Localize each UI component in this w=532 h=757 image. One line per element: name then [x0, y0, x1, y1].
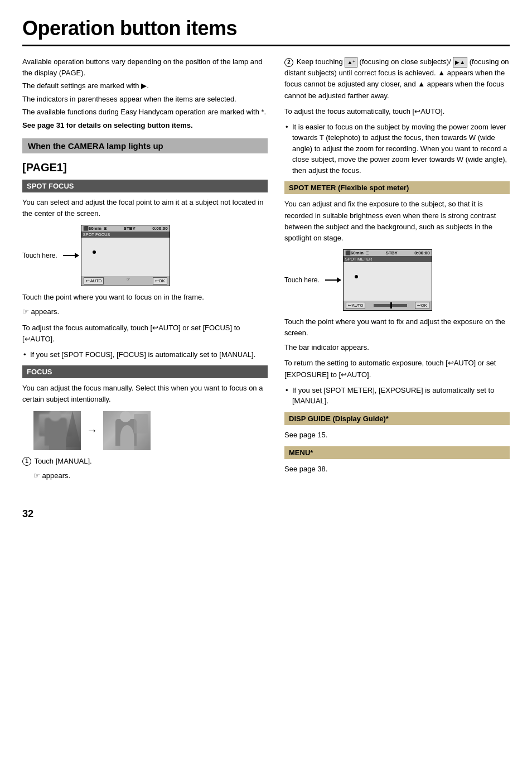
intro-p5: See page 31 for details on selecting but… [22, 120, 268, 131]
screen-bottom-bar: ↩AUTO ☞ ↩ OK [81, 276, 170, 286]
spot-meter-body4: To return the setting to automatic expos… [284, 358, 510, 380]
spot-focus-body4: To adjust the focus automatically, touch… [22, 322, 268, 345]
spot-focus-header: SPOT FOCUS [22, 180, 268, 192]
disp-guide-header: DISP GUIDE (Display Guide)* [284, 412, 510, 425]
exposure-bar [374, 304, 407, 307]
sm-label-strip: SPOT METER [344, 256, 432, 262]
spot-focus-body2: Touch the point where you want to focus … [22, 292, 268, 317]
step2-mid: (focusing on close subjects)/ [360, 57, 451, 66]
spot-meter-header: SPOT METER (Flexible spot meter) [284, 181, 510, 194]
spot-focus-body1: You can select and adjust the focal poin… [22, 197, 268, 219]
step2-icon2: ▶▲ [453, 57, 470, 66]
spot-meter-touch-here: Touch here. [284, 276, 320, 284]
right-column: 2 Keep touching ▲+ (focusing on close su… [284, 56, 510, 486]
step2-icon1: ▲+ [345, 57, 359, 66]
sm-top-bar: ⬛60min Ξ STBY 0:00:00 [344, 250, 432, 256]
img-person-blurry [33, 411, 81, 450]
step2-num: 2 [284, 58, 293, 67]
intro-p1: Available operation buttons vary dependi… [22, 56, 268, 78]
left-column: Available operation buttons vary dependi… [22, 56, 268, 486]
step2-keep-touching: Keep touching [297, 57, 343, 66]
spot-focus-diagram: Touch here. ⬛60min Ξ STBY 0:00:00 SPOT F… [22, 225, 268, 286]
img-person-sharp [103, 411, 151, 450]
step1-num: 1 [22, 457, 31, 466]
spot-focus-screen: ⬛60min Ξ STBY 0:00:00 SPOT FOCUS ↩AUTO ☞… [81, 225, 170, 286]
spot-meter-bullet1: If you set [SPOT METER], [EXPOSURE] is a… [284, 385, 510, 407]
spot-meter-body2: Touch the point where you want to fix an… [284, 316, 510, 353]
menu-header: MENU* [284, 446, 510, 459]
intro-p2: The default settings are marked with ▶. [22, 80, 268, 91]
focus-header: FOCUS [22, 365, 268, 378]
screen-dot [93, 250, 96, 254]
touch-here-label: Touch here. [22, 252, 57, 259]
disp-guide-body: See page 15. [284, 430, 510, 441]
sm-auto-button: ↩AUTO [346, 302, 366, 309]
ok-button: ↩ OK [153, 277, 167, 285]
step1b-text: ☞ appears. [22, 470, 268, 481]
spot-meter-diagram: Touch here. ⬛60min Ξ STBY 0:00:00 SPOT M… [284, 249, 510, 311]
auto-button: ↩AUTO [84, 277, 104, 285]
intro-section: Available operation buttons vary dependi… [22, 56, 268, 131]
screen-top-bar: ⬛60min Ξ STBY 0:00:00 [81, 225, 170, 232]
screen-time: 0:00:00 [152, 226, 168, 231]
focus-auto-body: To adjust the focus automatically, touch… [284, 106, 510, 117]
focus-arrow: → [86, 424, 98, 437]
focus-bullet1: It is easier to focus on the subject by … [284, 122, 510, 176]
focus-img-before [33, 411, 81, 450]
screen-stby: STBY [124, 226, 136, 231]
page-number: 32 [22, 508, 510, 520]
sm-bottom-bar: ↩AUTO ↩ OK [344, 301, 432, 310]
focus-img-after [103, 411, 151, 450]
focus-step2: 2 Keep touching ▲+ (focusing on close su… [284, 56, 510, 102]
camera-section-header: When the CAMERA lamp lights up [22, 138, 268, 153]
focus-images: → [33, 411, 268, 450]
page-title: Operation button items [22, 17, 510, 46]
spot-meter-screen: ⬛60min Ξ STBY 0:00:00 SPOT METER ↩AUTO ↩… [343, 249, 432, 311]
spot-focus-bullet1: If you set [SPOT FOCUS], [FOCUS] is auto… [22, 349, 268, 360]
sm-dot [355, 275, 358, 278]
screen-icon: ☞ [127, 277, 130, 285]
intro-p4: The available functions during Easy Hand… [22, 107, 268, 118]
page1-label: [PAGE1] [22, 161, 268, 174]
sm-ok-button: ↩ OK [415, 302, 429, 309]
focus-steps: 1 Touch [MANUAL]. ☞ appears. [22, 456, 268, 481]
menu-body: See page 38. [284, 464, 510, 475]
focus-body1: You can adjust the focus manually. Selec… [22, 383, 268, 405]
intro-p3: The indicators in parentheses appear whe… [22, 94, 268, 105]
spot-meter-body1: You can adjust and fix the exposure to t… [284, 199, 510, 244]
step1-text: Touch [MANUAL]. [34, 457, 91, 465]
screen-label-strip: SPOT FOCUS [81, 232, 170, 238]
screen-60min: ⬛60min Ξ [83, 226, 107, 231]
